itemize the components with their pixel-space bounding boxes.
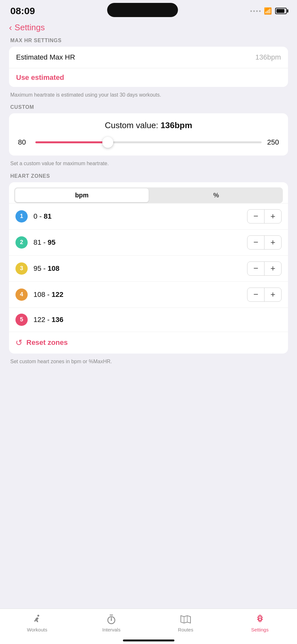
zone-4-increase-button[interactable]: +	[265, 288, 281, 301]
header-nav: ‹ Settings	[0, 19, 297, 38]
slider-row: 80 250	[18, 138, 279, 147]
zone-3-badge: 3	[15, 262, 28, 275]
gear-icon	[255, 614, 265, 625]
reset-icon: ↺	[15, 338, 23, 348]
estimated-max-hr-label: Estimated Max HR	[16, 53, 75, 62]
svg-point-0	[37, 615, 39, 617]
timer-icon	[106, 614, 117, 625]
status-notch	[107, 3, 178, 17]
main-content: MAX HR SETTINGS Estimated Max HR 136bpm …	[0, 38, 297, 644]
heart-zones-note: Set custom heart zones in bpm or %MaxHR.	[9, 356, 288, 371]
zone-2-increase-button[interactable]: +	[265, 236, 281, 249]
max-hr-section-label: MAX HR SETTINGS	[9, 38, 288, 43]
zone-3-decrease-button[interactable]: −	[247, 262, 264, 275]
slider-min-label: 80	[18, 138, 30, 147]
toggle-pct-button[interactable]: %	[150, 187, 283, 203]
status-icons: 📶	[250, 7, 287, 15]
estimated-max-hr-value: 136bpm	[255, 53, 281, 62]
zone-1-range: 0 - 81	[33, 212, 247, 221]
zone-2-decrease-button[interactable]: −	[247, 236, 264, 249]
zone-1-increase-button[interactable]: +	[265, 210, 281, 223]
tab-workouts[interactable]: Workouts	[0, 613, 74, 632]
zone-4-row: 4 108 - 122 − +	[9, 281, 288, 308]
slider-track-fill	[35, 141, 108, 143]
zone-5-row: 5 122 - 136	[9, 308, 288, 332]
tab-routes-label: Routes	[178, 627, 193, 632]
zone-5-badge: 5	[15, 314, 28, 326]
tab-settings-label: Settings	[251, 627, 269, 632]
heart-zones-card: bpm % 1 0 - 81 − + 2 81 - 95 − + 3	[9, 182, 288, 354]
zone-1-controls: − +	[247, 209, 282, 223]
custom-section-label: CUSTOM	[9, 104, 288, 110]
zone-3-controls: − +	[247, 261, 282, 276]
status-time: 08:09	[10, 5, 35, 16]
slider-value: 136bpm	[161, 120, 192, 130]
max-hr-card: Estimated Max HR 136bpm Use estimated	[9, 47, 288, 87]
back-chevron-icon: ‹	[9, 23, 12, 32]
slider-thumb[interactable]	[102, 137, 113, 148]
zone-3-increase-button[interactable]: +	[265, 262, 281, 275]
zone-2-range: 81 - 95	[33, 238, 247, 247]
status-bar: 08:09 📶	[0, 0, 297, 19]
tab-workouts-label: Workouts	[27, 627, 47, 632]
tab-intervals[interactable]: Intervals	[74, 613, 149, 632]
toggle-bpm-button[interactable]: bpm	[15, 188, 149, 202]
slider-title: Custom value: 136bpm	[18, 120, 279, 130]
svg-point-2	[111, 620, 112, 621]
use-estimated-row[interactable]: Use estimated	[9, 68, 288, 87]
zone-5-range: 122 - 136	[33, 316, 282, 324]
slider-max-label: 250	[267, 138, 279, 147]
tab-settings[interactable]: Settings	[223, 613, 297, 632]
estimated-max-hr-row: Estimated Max HR 136bpm	[9, 47, 288, 68]
zone-2-row: 2 81 - 95 − +	[9, 229, 288, 255]
zone-3-row: 3 95 - 108 − +	[9, 255, 288, 281]
heart-zones-section-label: HEART ZONES	[9, 173, 288, 179]
bpm-pct-toggle[interactable]: bpm %	[14, 187, 283, 203]
slider-title-text: Custom value:	[105, 120, 158, 130]
zone-4-badge: 4	[15, 289, 28, 301]
home-indicator	[123, 639, 174, 641]
zone-4-controls: − +	[247, 288, 282, 302]
zone-1-row: 1 0 - 81 − +	[9, 203, 288, 229]
max-hr-note: Maximum heartrate is estimated using you…	[9, 90, 288, 104]
reset-zones-label: Reset zones	[26, 338, 68, 347]
tab-intervals-label: Intervals	[102, 627, 121, 632]
slider-track[interactable]	[35, 141, 262, 143]
tab-bar: Workouts Intervals Routes Settings	[0, 609, 297, 644]
zone-1-decrease-button[interactable]: −	[247, 210, 264, 223]
signal-dots	[250, 10, 261, 12]
zone-3-range: 95 - 108	[33, 264, 247, 273]
custom-note: Set a custom value for maximum heartrate…	[9, 158, 288, 173]
zone-2-badge: 2	[15, 236, 28, 249]
zone-4-range: 108 - 122	[33, 290, 247, 299]
use-estimated-button[interactable]: Use estimated	[16, 73, 64, 82]
svg-marker-3	[181, 616, 190, 623]
map-icon	[180, 614, 191, 625]
zone-2-controls: − +	[247, 235, 282, 250]
back-label: Settings	[14, 23, 45, 33]
back-button[interactable]: ‹ Settings	[9, 23, 45, 33]
zone-1-badge: 1	[15, 210, 28, 223]
battery-icon	[275, 8, 287, 14]
wifi-icon: 📶	[264, 7, 272, 15]
zone-4-decrease-button[interactable]: −	[247, 288, 264, 301]
tab-routes[interactable]: Routes	[149, 613, 223, 632]
runner-icon	[32, 614, 42, 625]
custom-slider-card: Custom value: 136bpm 80 250	[9, 113, 288, 156]
reset-zones-row[interactable]: ↺ Reset zones	[9, 332, 288, 354]
